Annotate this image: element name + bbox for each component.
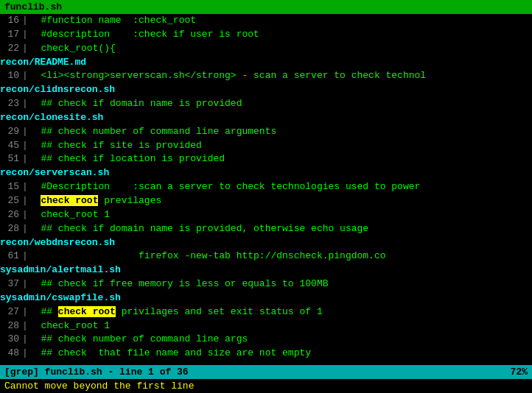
line-number: 28 <box>0 319 22 333</box>
line-separator: | <box>22 208 28 222</box>
line-separator: | <box>22 194 28 208</box>
line-number: 10 <box>0 69 22 83</box>
line-number: 23 <box>0 97 22 111</box>
file-header: sysadmin/cswapfile.sh <box>0 291 532 305</box>
line-separator: | <box>22 319 28 333</box>
line-content: ## check if domain name is provided, oth… <box>29 222 368 236</box>
line-content: <li><strong>serverscan.sh</strong> - sca… <box>29 69 426 83</box>
search-highlight: check root <box>58 306 116 317</box>
line-separator: | <box>22 347 28 361</box>
line-number: 22 <box>0 42 22 56</box>
line-number: 16 <box>0 14 22 28</box>
line-separator: | <box>22 277 28 291</box>
code-line: 27| ## check root privilages and set exi… <box>0 305 532 319</box>
code-line: 26| check_root 1 <box>0 208 532 222</box>
code-line: 23| ## check if domain name is provided <box>0 97 532 111</box>
line-content: ## check number of command line args <box>29 333 248 347</box>
line-separator: | <box>22 180 28 194</box>
file-header: sysadmin/alertmail.sh <box>0 263 532 277</box>
line-separator: | <box>22 222 28 236</box>
line-content: ## check if domain name is provided <box>29 97 242 111</box>
code-line: 30| ## check number of command line args <box>0 333 532 347</box>
line-separator: | <box>22 125 28 139</box>
line-content: firefox -new-tab http://dnscheck.pingdom… <box>29 249 386 263</box>
line-separator: | <box>22 69 28 83</box>
line-number: 45 <box>0 139 22 153</box>
line-content: check root previlages <box>29 194 161 208</box>
title-bar: funclib.sh <box>0 0 532 14</box>
code-line: 37| ## check if free memory is less or e… <box>0 277 532 291</box>
line-content: ## check number of command line argument… <box>29 125 276 139</box>
code-line: 16| #function name :check_root <box>0 14 532 28</box>
status-percent: 72% <box>511 367 528 378</box>
line-number: 37 <box>0 277 22 291</box>
line-content: #Description :scan a server to check tec… <box>29 180 421 194</box>
code-line: 45| ## check if site is provided <box>0 139 532 153</box>
line-separator: | <box>22 28 28 42</box>
line-separator: | <box>22 152 28 166</box>
line-content: check_root(){ <box>29 42 116 56</box>
code-line: 29| ## check number of command line argu… <box>0 125 532 139</box>
line-separator: | <box>22 305 28 319</box>
line-number: 27 <box>0 305 22 319</box>
line-content: ## check root privilages and set exit st… <box>29 305 323 319</box>
line-separator: | <box>22 333 28 347</box>
line-content: ## check that file name and size are not… <box>29 347 311 361</box>
line-separator: | <box>22 14 28 28</box>
code-line: 25| check root previlages <box>0 194 532 208</box>
line-number: 25 <box>0 194 22 208</box>
file-header: recon/clonesite.sh <box>0 111 532 125</box>
code-line: 15| #Description :scan a server to check… <box>0 180 532 194</box>
file-header: recon/README.md <box>0 56 532 70</box>
line-number: 15 <box>0 180 22 194</box>
line-separator: | <box>22 139 28 153</box>
line-number: 17 <box>0 28 22 42</box>
file-header: recon/webdnsrecon.sh <box>0 236 532 250</box>
line-number: 61 <box>0 249 22 263</box>
line-number: 28 <box>0 222 22 236</box>
status-bar: [grep] funclib.sh - line 1 of 36 72% <box>0 365 532 379</box>
line-number: 26 <box>0 208 22 222</box>
bottom-message: Cannot move beyond the first line <box>0 379 532 393</box>
status-label: [grep] funclib.sh - line 1 of 36 <box>4 367 189 378</box>
line-separator: | <box>22 249 28 263</box>
code-line: 28| ## check if domain name is provided,… <box>0 222 532 236</box>
line-content: check_root 1 <box>29 208 110 222</box>
line-content: ## check if site is provided <box>29 139 202 153</box>
search-highlight: check root <box>41 195 98 206</box>
code-line: 48| ## check that file name and size are… <box>0 347 532 361</box>
line-content: ## check if location is provided <box>29 152 225 166</box>
line-separator: | <box>22 97 28 111</box>
content-area: 16| #function name :check_root17| #descr… <box>0 14 532 365</box>
code-line: 28| check_root 1 <box>0 319 532 333</box>
code-line: 22| check_root(){ <box>0 42 532 56</box>
code-line: 61| firefox -new-tab http://dnscheck.pin… <box>0 249 532 263</box>
terminal: funclib.sh 16| #function name :check_roo… <box>0 0 532 393</box>
line-number: 51 <box>0 152 22 166</box>
line-number: 30 <box>0 333 22 347</box>
line-number: 29 <box>0 125 22 139</box>
code-line: 10| <li><strong>serverscan.sh</strong> -… <box>0 69 532 83</box>
line-number: 48 <box>0 347 22 361</box>
code-line: 17| #description :check if user is root <box>0 28 532 42</box>
line-content: check_root 1 <box>29 319 110 333</box>
file-header: recon/serverscan.sh <box>0 166 532 180</box>
file-header: recon/clidnsrecon.sh <box>0 83 532 97</box>
line-content: #function name :check_root <box>29 14 196 28</box>
line-separator: | <box>22 42 28 56</box>
line-content: #description :check if user is root <box>29 28 259 42</box>
line-content: ## check if free memory is less or equal… <box>29 277 329 291</box>
code-line: 51| ## check if location is provided <box>0 152 532 166</box>
